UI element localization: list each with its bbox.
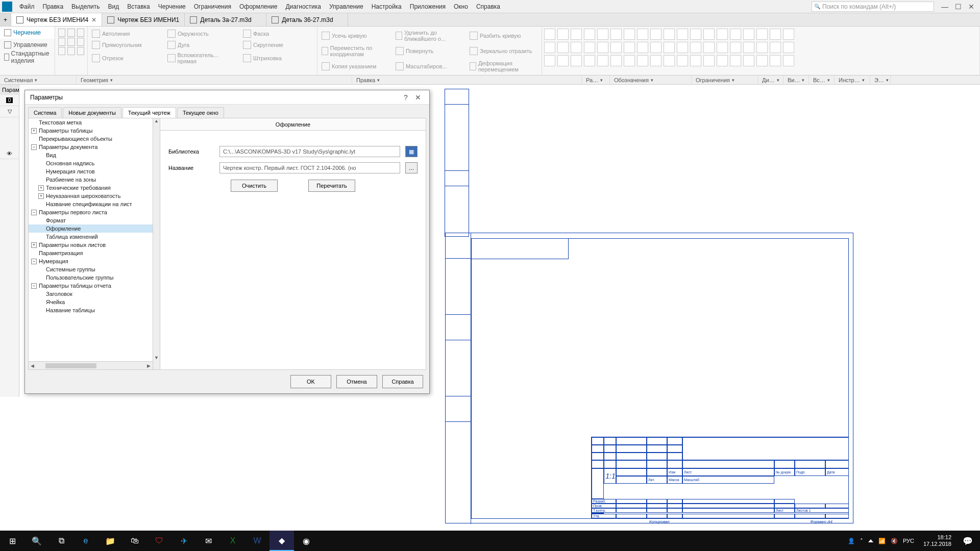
tree-item[interactable]: Разбиение на зоны [29,176,160,184]
tree-item[interactable]: Перекрывающиеся объекты [29,135,160,143]
ribbon-cmd[interactable]: Деформация перемещением [469,59,538,73]
tree-item[interactable]: +Параметры новых листов [29,241,160,249]
people-icon[interactable]: 👤 [848,538,855,544]
dialog-tab[interactable]: Текущее окно [177,107,224,118]
doc-tab[interactable]: Деталь 36-27.m3d [266,13,348,26]
group-label[interactable]: Ви…▾ [783,76,809,84]
group-label[interactable]: Ограничения▾ [692,76,758,84]
dialog-titlebar[interactable]: Параметры ? ✕ [25,90,429,105]
tree-expand-icon[interactable]: − [31,259,37,264]
taskview-button[interactable]: ⧉ [49,531,74,551]
ribbon-cmd[interactable]: Удлинить до ближайшего о... [395,29,464,43]
library-browse-button[interactable]: ▦ [405,146,418,157]
tree-item[interactable]: Вид [29,151,160,159]
tree-item[interactable]: Ячейка [29,298,160,306]
ribbon-cmd[interactable]: Окружность [166,29,238,39]
tree-item[interactable]: Пользовательские группы [29,273,160,282]
tree-item[interactable]: Название спецификации на лист [29,200,160,208]
tree-expand-icon[interactable]: + [38,185,44,191]
cancel-button[interactable]: Отмена [336,375,377,388]
menu-Диагностика[interactable]: Диагностика [281,2,325,12]
group-label[interactable]: Ра…▾ [582,76,610,84]
clock[interactable]: 18:12 17.12.2018 [919,534,955,547]
ime-label[interactable]: РУС [903,538,914,544]
menu-Ограничения[interactable]: Ограничения [190,2,235,12]
menu-Черчение[interactable]: Черчение [154,2,190,12]
tree-item[interactable]: −Параметры таблицы отчета [29,282,160,290]
eye-icon[interactable]: 👁 [0,148,19,159]
tree-item[interactable]: Системные группы [29,265,160,273]
menu-Вид[interactable]: Вид [104,2,123,12]
menu-Оформление[interactable]: Оформление [235,2,281,12]
maximize-button[interactable]: ☐ [951,2,965,11]
group-label[interactable]: Вс…▾ [809,76,835,84]
add-tab-button[interactable]: + [0,13,11,26]
ribbon-cmd[interactable]: Усечь кривую [321,29,390,43]
doc-tab[interactable]: Чертеж БЕЗ ИМЕНИ4✕ [11,13,102,26]
volume-icon[interactable]: 🔇 [891,538,898,544]
clear-button[interactable]: Очистить [231,180,278,192]
ribbon-cmd[interactable]: Переместить по координатам [321,44,390,58]
mail-icon[interactable]: ✉ [196,531,220,551]
ribbon-cmd[interactable]: Вспомогатель... прямая [166,51,238,65]
excel-icon[interactable]: X [220,531,245,551]
tree-item[interactable]: Текстовая метка [29,118,160,127]
tree-item[interactable]: −Параметры документа [29,143,160,151]
tree-item[interactable]: Оформление [29,224,160,233]
word-icon[interactable]: W [245,531,270,551]
group-label[interactable]: Системная▾ [0,76,77,84]
ribbon-cmd[interactable]: Дуга [166,40,238,50]
tree-item[interactable]: +Неуказанная шероховатость [29,192,160,200]
tree-item[interactable]: +Технические требования [29,184,160,192]
search-button[interactable]: 🔍 [24,531,49,551]
menu-Справка[interactable]: Справка [472,2,504,12]
group-label[interactable]: Э…▾ [870,76,891,84]
tray-triangle-icon[interactable] [868,539,873,542]
ribbon-cmd[interactable]: Отрезок [91,51,162,65]
group-label[interactable]: Обозначения▾ [610,76,692,84]
tab-close-icon[interactable]: ✕ [91,16,96,23]
menu-Окно[interactable]: Окно [450,2,472,12]
ribbon-cmd[interactable]: Копия указанием [321,59,390,73]
mcafee-icon[interactable]: 🛡 [147,531,172,551]
settings-tree[interactable]: Текстовая метка+Параметры таблицыПерекры… [29,118,160,369]
tree-item[interactable]: Нумерация листов [29,167,160,176]
group-label[interactable]: Правка▾ [352,76,582,84]
dialog-help-button[interactable]: ? [400,93,412,102]
tree-item[interactable]: Основная надпись [29,159,160,167]
ribbon-cmd[interactable]: Фаска [242,29,313,39]
tree-item[interactable]: +Параметры таблицы [29,127,160,135]
dialog-tab[interactable]: Новые документы [63,107,121,118]
tree-expand-icon[interactable]: − [31,144,37,150]
filter-icon[interactable]: ▽ [0,106,19,117]
menu-Настройка[interactable]: Настройка [368,2,406,12]
dialog-tab[interactable]: Текущий чертеж [122,107,176,118]
doc-tab[interactable]: Чертеж БЕЗ ИМЕНИ1 [102,13,185,26]
tree-item[interactable]: Таблица изменений [29,233,160,241]
group-label[interactable]: Инстр…▾ [835,76,870,84]
dialog-tab[interactable]: Система [28,107,62,118]
ribbon-cmd[interactable]: Автолиния [91,29,162,39]
ribbon-cmd[interactable]: Прямоугольник [91,40,162,50]
group-label[interactable]: Ди…▾ [758,76,783,84]
tray-chevron-icon[interactable]: ˄ [860,538,863,544]
ribbon-cmd[interactable]: Масштабиров... [395,59,464,73]
tree-expand-icon[interactable]: + [31,242,37,248]
menu-Файл[interactable]: Файл [15,2,39,12]
close-button[interactable]: ✕ [965,2,978,11]
tree-item[interactable]: Название таблицы [29,306,160,314]
ribbon-cmd[interactable]: Повернуть [395,44,464,58]
dialog-close-button[interactable]: ✕ [412,93,424,102]
chrome-icon[interactable]: ◉ [294,531,318,551]
name-field[interactable]: Чертеж констр. Первый лист. ГОСТ 2.104-2… [219,162,400,173]
store-icon[interactable]: 🛍 [122,531,147,551]
group-label[interactable]: Геометрия▾ [77,76,352,84]
ok-button[interactable]: OK [290,375,331,388]
minimize-button[interactable]: — [938,2,951,11]
tree-scrollbar[interactable] [153,118,160,369]
ribbon-tab[interactable]: Управление [0,39,55,51]
telegram-icon[interactable]: ✈ [172,531,196,551]
tree-expand-icon[interactable]: + [31,128,37,134]
network-icon[interactable]: 📶 [878,538,886,544]
tree-hscrollbar[interactable]: ◀▶ [29,361,153,369]
